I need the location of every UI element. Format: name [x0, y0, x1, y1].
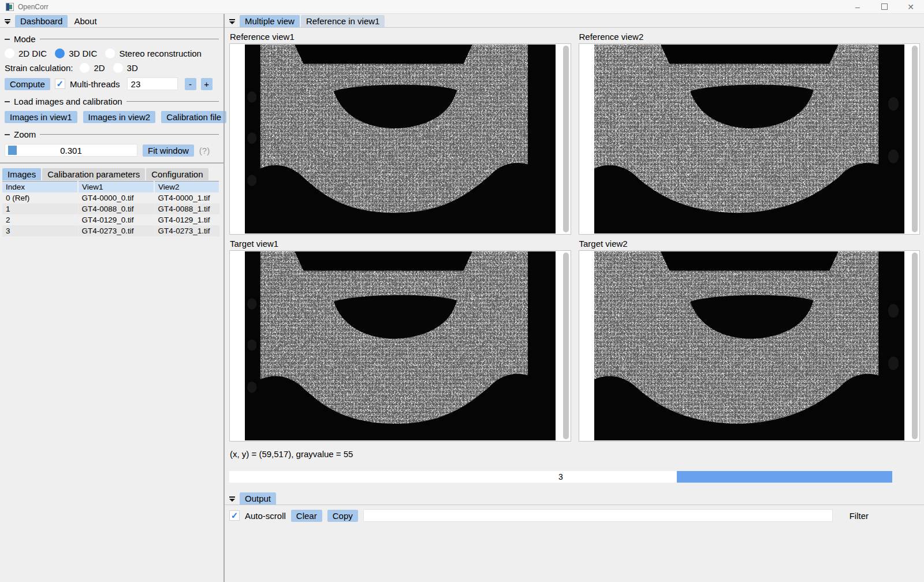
sidebar: Dashboard About Mode 2D DIC 3D DIC Stere…: [0, 14, 223, 582]
radio-strain-2d-label: 2D: [94, 63, 105, 73]
cell-view1[interactable]: GT4-0000_0.tif: [78, 192, 154, 203]
zoom-value: 0.301: [60, 146, 82, 155]
zoom-group-header: Zoom: [5, 129, 219, 139]
reference-view1-image[interactable]: [245, 45, 556, 233]
tab-dashboard[interactable]: Dashboard: [15, 15, 68, 27]
clear-button[interactable]: Clear: [291, 510, 322, 522]
col-view1[interactable]: View1: [78, 181, 154, 193]
collapse-dash-icon[interactable]: [5, 39, 10, 40]
load-group-title: Load images and calibration: [14, 97, 122, 106]
table-row[interactable]: 3 GT4-0273_0.tif GT4-0273_1.tif: [2, 225, 219, 236]
cell-index[interactable]: 2: [2, 214, 78, 225]
zoom-help-icon: (?): [199, 146, 210, 155]
target-view1-image[interactable]: [245, 251, 556, 440]
target-view1-label: Target view1: [230, 239, 571, 249]
threads-plus-button[interactable]: +: [201, 78, 213, 90]
vertical-scrollbar[interactable]: [912, 253, 918, 439]
minimize-button[interactable]: –: [844, 0, 871, 13]
target-view1-panel: [229, 250, 571, 442]
calibration-file-button[interactable]: Calibration file: [161, 111, 226, 123]
cell-view2[interactable]: GT4-0273_1.tif: [154, 225, 219, 236]
col-index[interactable]: Index: [2, 181, 78, 193]
radio-strain-2d[interactable]: [80, 63, 90, 73]
reference-view2-panel: [579, 43, 921, 235]
col-view2[interactable]: View2: [154, 181, 219, 193]
tab-output[interactable]: Output: [240, 492, 276, 505]
autoscroll-checkbox[interactable]: ✓: [229, 510, 240, 521]
scrollbar-thumb[interactable]: [912, 46, 918, 232]
dock-float-icon[interactable]: [229, 496, 236, 502]
sidebar-panel-tabbar: Images Calibaration parameters Configura…: [0, 166, 223, 180]
tab-calibration-parameters[interactable]: Calibaration parameters: [42, 168, 145, 180]
mode-radio-row: 2D DIC 3D DIC Stereo reconstruction: [5, 49, 219, 58]
compute-button[interactable]: Compute: [5, 78, 50, 90]
radio-2d-dic[interactable]: [5, 49, 14, 58]
autoscroll-label: Auto-scroll: [245, 511, 286, 521]
radio-stereo[interactable]: [105, 49, 115, 58]
tab-about[interactable]: About: [69, 15, 102, 27]
radio-stereo-label: Stereo reconstruction: [119, 49, 202, 58]
cell-view2[interactable]: GT4-0129_1.tif: [154, 214, 219, 225]
zoom-slider-handle[interactable]: [8, 146, 17, 155]
reference-view2-image[interactable]: [594, 45, 905, 233]
threads-minus-button[interactable]: -: [185, 78, 196, 90]
threads-input[interactable]: [127, 77, 178, 90]
sidebar-tabbar: Dashboard About: [0, 14, 223, 28]
scrollbar-thumb[interactable]: [912, 253, 918, 439]
fit-window-button[interactable]: Fit window: [143, 144, 194, 157]
target-view1-cell: Target view1: [229, 235, 571, 442]
tab-reference-in-view1[interactable]: Reference in view1: [301, 15, 385, 27]
scrollbar-thumb[interactable]: [563, 253, 569, 439]
output-controls: ✓ Auto-scroll Clear Copy Filter: [229, 509, 924, 522]
image-file-table: Index View1 View2 0 (Ref) GT4-0000_0.tif…: [2, 181, 220, 236]
table-row[interactable]: 1 GT4-0088_0.tif GT4-0088_1.tif: [2, 203, 219, 214]
collapse-dash-icon[interactable]: [5, 101, 10, 102]
radio-3d-dic-label: 3D DIC: [69, 49, 97, 58]
cell-index[interactable]: 3: [2, 225, 78, 236]
cell-index[interactable]: 0 (Ref): [2, 192, 78, 203]
app-body: Dashboard About Mode 2D DIC 3D DIC Stere…: [0, 14, 924, 582]
dock-float-icon[interactable]: [4, 19, 11, 24]
zoom-row: 0.301 Fit window (?): [5, 144, 219, 157]
images-view1-button[interactable]: Images in view1: [5, 111, 77, 123]
cell-view1[interactable]: GT4-0088_0.tif: [78, 203, 154, 214]
vertical-scrollbar[interactable]: [912, 46, 918, 232]
target-view2-image[interactable]: [594, 251, 905, 440]
image-frame: [230, 251, 556, 441]
table-row[interactable]: 0 (Ref) GT4-0000_0.tif GT4-0000_1.tif: [2, 192, 219, 203]
maximize-button[interactable]: [871, 0, 897, 13]
table-row[interactable]: 2 GT4-0129_0.tif GT4-0129_1.tif: [2, 214, 219, 225]
radio-strain-3d[interactable]: [113, 63, 123, 73]
images-view2-button[interactable]: Images in view2: [83, 111, 156, 123]
progress-fill: [677, 471, 892, 483]
cell-view1[interactable]: GT4-0273_0.tif: [78, 225, 154, 236]
copy-button[interactable]: Copy: [327, 510, 358, 522]
cell-index[interactable]: 1: [2, 203, 78, 214]
output-filter-input[interactable]: [363, 509, 833, 522]
multithreads-checkbox[interactable]: ✓: [55, 79, 65, 89]
views-grid: Reference view1 Reference view2: [225, 28, 924, 442]
zoom-slider[interactable]: 0.301: [5, 144, 137, 157]
tab-multiple-view[interactable]: Multiple view: [240, 15, 300, 27]
dock-float-icon[interactable]: [229, 19, 236, 24]
reference-view1-label: Reference view1: [230, 32, 571, 42]
target-view2-label: Target view2: [579, 239, 921, 249]
group-rule: [40, 39, 219, 39]
window-title: OpenCorr: [18, 3, 49, 11]
close-button[interactable]: ✕: [897, 0, 924, 13]
group-rule: [126, 101, 219, 102]
cell-view2[interactable]: GT4-0000_1.tif: [154, 192, 219, 203]
reference-view1-cell: Reference view1: [229, 28, 571, 235]
cell-view1[interactable]: GT4-0129_0.tif: [78, 214, 154, 225]
radio-3d-dic[interactable]: [55, 49, 65, 58]
cell-view2[interactable]: GT4-0088_1.tif: [154, 203, 219, 214]
scrollbar-thumb[interactable]: [563, 46, 569, 232]
reference-view2-label: Reference view2: [579, 32, 921, 42]
collapse-dash-icon[interactable]: [5, 134, 10, 135]
vertical-scrollbar[interactable]: [563, 46, 569, 232]
sidebar-separator: [0, 162, 223, 164]
tab-configuration[interactable]: Configuration: [146, 168, 208, 180]
tab-images[interactable]: Images: [2, 168, 41, 180]
vertical-scrollbar[interactable]: [563, 253, 569, 439]
image-frame: [579, 44, 905, 234]
